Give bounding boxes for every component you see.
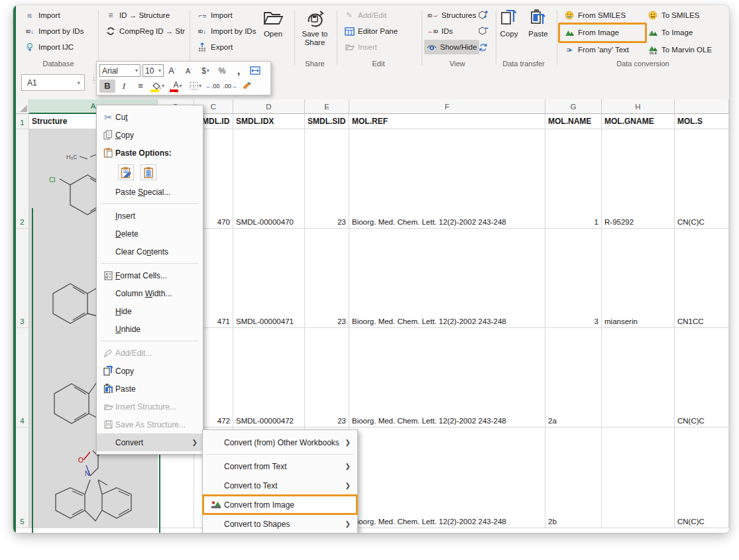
decrease-decimal-button[interactable]: .00→: [222, 80, 239, 93]
view-ids-button[interactable]: ←ID IDs: [426, 24, 455, 38]
import-ijc-button[interactable]: Import IJC: [23, 40, 76, 54]
from-image-button[interactable]: From Image: [562, 25, 621, 40]
font-color-button[interactable]: A ▾: [168, 80, 187, 93]
import-by-ids-button[interactable]: ID↓ Import by IDs: [23, 24, 85, 38]
merge-center-button[interactable]: [247, 64, 263, 78]
cell-E3[interactable]: 23: [305, 229, 349, 328]
align-button[interactable]: ≡: [133, 80, 148, 93]
row-header-3[interactable]: 3: [16, 229, 29, 328]
to-marvin-ole-button[interactable]: OLE To Marvin OLE: [646, 42, 714, 57]
editor-pane-button[interactable]: Editor Pane: [342, 24, 400, 38]
bold-button[interactable]: B: [99, 80, 115, 93]
name-box[interactable]: A1 ▾: [21, 74, 85, 91]
column-header-D[interactable]: D: [233, 99, 305, 114]
cell-G5[interactable]: 2b: [545, 427, 602, 528]
cell-I3[interactable]: CN1CC: [675, 229, 729, 328]
increase-decimal-button[interactable]: ←.00: [204, 80, 221, 93]
font-size-select[interactable]: 10▾: [142, 64, 164, 77]
cell-I2[interactable]: CN(C)C: [675, 129, 729, 229]
menu-item-clear-contents[interactable]: Clear Contents: [97, 243, 203, 260]
cell-F3[interactable]: Bioorg. Med. Chem. Lett. 12(2)-2002 243-…: [349, 229, 545, 328]
cell-G2[interactable]: 1: [545, 129, 602, 229]
menu-item-hide[interactable]: Hide: [97, 302, 203, 320]
cell-H2[interactable]: R-95292: [602, 129, 675, 229]
import-button[interactable]: ≡↓ Import: [23, 8, 62, 23]
select-all-corner[interactable]: [16, 99, 29, 114]
add-edit-button[interactable]: ✎ Add/Edit: [342, 8, 388, 23]
font-name-select[interactable]: Arial▾: [99, 64, 141, 77]
import2-button[interactable]: ⌐¬↓ Import: [195, 8, 235, 23]
from-smiles-button[interactable]: From SMILES: [562, 8, 628, 23]
cell-E4[interactable]: 23: [305, 328, 349, 427]
cell-F5[interactable]: Bioorg. Med. Chem. Lett. 12(2)-2002 243-…: [349, 427, 545, 528]
row-header-1[interactable]: 1: [16, 114, 29, 129]
grow-font-button[interactable]: Aˆ: [164, 64, 180, 78]
cell-F1[interactable]: MOL.REF: [349, 114, 545, 129]
cell-G3[interactable]: 3: [545, 229, 602, 328]
row-header-2[interactable]: 2: [16, 129, 29, 229]
paste-values-button[interactable]: [141, 164, 156, 180]
save-to-share-button[interactable]: Save to Share: [297, 8, 333, 57]
name-box-dropdown-icon[interactable]: ▾: [77, 80, 80, 86]
id-to-structure-button[interactable]: ≡ ID → Structure: [103, 8, 172, 23]
cell-I5[interactable]: CN(C)C: [675, 427, 729, 528]
submenu-item-convert-from-image[interactable]: Convert from Image: [203, 495, 357, 514]
cell-E2[interactable]: 23: [305, 129, 349, 229]
borders-button[interactable]: ▾: [188, 80, 203, 93]
cell-I1[interactable]: MOL.S: [675, 114, 729, 129]
cell-H3[interactable]: mianserin: [602, 229, 675, 328]
cell-F4[interactable]: Bioorg. Med. Chem. Lett. 12(2)-2002 243-…: [349, 328, 545, 427]
new-structure-column-button[interactable]: [476, 8, 490, 23]
menu-item-column-width[interactable]: Column Width...: [97, 284, 203, 302]
cell-E1[interactable]: SMDL.SID: [305, 114, 349, 129]
menu-item-copy[interactable]: Copy: [97, 362, 203, 380]
menu-item-convert[interactable]: Convert❯: [97, 433, 203, 451]
menu-item-unhide[interactable]: Unhide: [97, 320, 203, 338]
insert-button[interactable]: Insert: [342, 40, 379, 54]
menu-item-insert[interactable]: Insert: [97, 207, 203, 225]
menu-item-paste[interactable]: Paste: [97, 380, 203, 398]
cell-G4[interactable]: 2a: [545, 328, 602, 427]
to-image-button[interactable]: To Image: [646, 25, 695, 40]
column-header-G[interactable]: G: [545, 99, 602, 114]
from-any-text-button[interactable]: ≡▸ From 'any' Text: [562, 42, 631, 57]
accounting-format-button[interactable]: $▾: [198, 64, 213, 78]
cell-H1[interactable]: MOL.GNAME: [602, 114, 675, 129]
column-header-H[interactable]: H: [602, 99, 675, 114]
row-header-5[interactable]: 5: [16, 427, 29, 528]
menu-item-paste-options[interactable]: Paste Options:: [97, 144, 203, 162]
menu-item-paste-special[interactable]: Paste Special...: [97, 183, 203, 201]
export-button[interactable]: Export: [195, 40, 235, 54]
import2-by-ids-button[interactable]: ID↓ Import by IDs: [195, 24, 258, 38]
open-button[interactable]: Open: [256, 8, 290, 57]
row-header-4[interactable]: 4: [16, 328, 29, 427]
submenu-item-convert-to-shapes[interactable]: Convert to Shapes❯: [203, 514, 357, 533]
submenu-item-convert-to-text[interactable]: Convert to Text❯: [203, 476, 357, 495]
cell-D2[interactable]: SMDL-00000470: [233, 129, 305, 229]
fill-color-button[interactable]: ▾: [149, 80, 168, 93]
column-header-E[interactable]: E: [305, 99, 349, 114]
menu-item-delete[interactable]: Delete: [97, 225, 203, 243]
cell-H5[interactable]: [602, 427, 675, 528]
cell-F2[interactable]: Bioorg. Med. Chem. Lett. 12(2)-2002 243-…: [349, 129, 545, 229]
cell-I4[interactable]: CN(C)C: [675, 328, 729, 427]
cell-H4[interactable]: [602, 328, 675, 427]
menu-item-cut[interactable]: ✂Cut: [97, 108, 203, 126]
cell-D4[interactable]: SMDL-00000472: [233, 328, 305, 427]
menu-item-copy[interactable]: Copy: [97, 126, 203, 144]
remove-structure-column-button[interactable]: [476, 24, 490, 38]
percent-style-button[interactable]: %: [214, 64, 230, 78]
view-structures-button[interactable]: ID→ Structures: [426, 8, 478, 23]
shrink-font-button[interactable]: Aˇ: [181, 64, 197, 78]
italic-button[interactable]: I: [116, 80, 132, 93]
paste-keep-formatting-button[interactable]: [118, 164, 134, 180]
cell-G1[interactable]: MOL.NAME: [545, 114, 602, 129]
compreg-id-to-str-button[interactable]: CompReg ID → Str: [103, 24, 187, 38]
refresh-button[interactable]: [476, 40, 490, 54]
paste-button[interactable]: Paste: [524, 8, 553, 57]
submenu-item-convert-from-other-workbooks[interactable]: Convert (from) Other Workbooks❯: [203, 433, 357, 452]
menu-item-format-cells[interactable]: Format Cells...: [97, 266, 203, 284]
submenu-item-convert-from-text[interactable]: Convert from Text❯: [203, 457, 357, 476]
format-painter-button[interactable]: [239, 80, 255, 93]
comma-style-button[interactable]: ,: [231, 64, 247, 78]
